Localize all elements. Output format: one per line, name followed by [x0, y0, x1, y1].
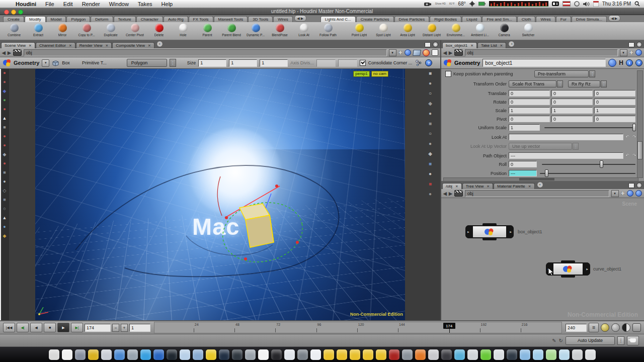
pane-maximize-icon[interactable]	[628, 42, 634, 47]
playbar-options-button[interactable]: ☰	[589, 323, 599, 332]
pivot-z-field[interactable]: 0	[594, 116, 635, 122]
view-control-icon[interactable]: ○	[429, 131, 432, 136]
shelf-tool-button[interactable]: Follow Path	[316, 22, 340, 40]
tab-close-icon[interactable]: ✕	[487, 185, 490, 189]
shelf-tool-button[interactable]: Delete	[147, 22, 171, 40]
pane-tab[interactable]: Composite View ✕	[112, 42, 154, 48]
shelf-tool-button[interactable]: Mirror	[50, 22, 74, 40]
size-z-field[interactable]: 1	[260, 59, 288, 67]
uniform-scale-slider-handle[interactable]	[632, 124, 636, 131]
path-forward-button[interactable]: ▶	[449, 191, 452, 196]
dock-app-icon[interactable]	[507, 349, 517, 360]
shelf-tab[interactable]: Rigid Bodies	[430, 16, 461, 22]
parameter-scrollbar[interactable]	[637, 70, 643, 178]
tool-icon[interactable]: ●	[3, 161, 6, 166]
shelf-tab[interactable]: Polygon	[66, 16, 90, 22]
tab-close-icon[interactable]: ✕	[500, 44, 503, 48]
rotate-order-dropdown[interactable]: Rx Ry Rz	[568, 80, 600, 87]
shelf-tab[interactable]: Deform	[91, 16, 113, 22]
tab-close-icon[interactable]: ✕	[528, 185, 531, 189]
dock-app-icon[interactable]	[376, 349, 386, 360]
shelf-scroll-right-button[interactable]: ◀ ▶	[608, 15, 620, 22]
shelf-tool-button[interactable]: Hole	[171, 22, 195, 40]
dock-app-icon[interactable]	[245, 349, 256, 360]
dock-app-icon[interactable]	[62, 349, 72, 360]
loop-mode-icon[interactable]	[611, 323, 620, 332]
dock-app-icon[interactable]	[206, 349, 216, 360]
dock-app-icon[interactable]	[533, 349, 543, 360]
view-control-icon[interactable]: ●	[429, 81, 432, 86]
path-object-field[interactable]: ---	[509, 152, 623, 159]
frame-decrement-button[interactable]: −	[112, 324, 119, 332]
path-dropdown-button[interactable]: ▾	[620, 49, 627, 56]
translate-y-field[interactable]: 0	[551, 90, 593, 97]
play-reverse-button[interactable]: ◀	[30, 323, 42, 332]
scale-z-field[interactable]: 1	[594, 107, 635, 114]
no-cam-badge[interactable]: no cam	[371, 71, 388, 77]
dock-app-icon[interactable]	[297, 349, 308, 360]
play-button[interactable]: ▶	[57, 323, 69, 332]
pane-tab[interactable]: Render View ✕	[76, 42, 112, 48]
tool-icon[interactable]: ●	[3, 98, 6, 103]
shelf-tab[interactable]: Cloth	[517, 16, 536, 22]
dock-app-icon[interactable]	[441, 349, 452, 360]
view-control-icon[interactable]: ●	[429, 192, 432, 197]
pane-split-icon[interactable]	[433, 42, 438, 47]
pane-tab[interactable]: Tree View ✕	[462, 183, 493, 189]
pane-split-icon[interactable]	[636, 183, 642, 188]
tab-close-icon[interactable]: ✕	[470, 44, 473, 48]
op-jump-icon[interactable]: ↷	[632, 153, 636, 158]
time-machine-menu-icon[interactable]	[574, 1, 580, 7]
camera-persp-badge[interactable]: persp1	[353, 71, 369, 77]
shelf-tab[interactable]: Modify	[25, 16, 46, 22]
info-icon[interactable]: i	[626, 59, 633, 66]
dock-app-icon[interactable]	[415, 349, 426, 360]
scrollbar-thumb[interactable]	[519, 178, 554, 180]
view-control-icon[interactable]: ■	[429, 121, 432, 126]
shelf-tool-button[interactable]: Center Pivot	[123, 22, 147, 40]
view-control-icon[interactable]: ○	[429, 91, 432, 96]
view-control-icon[interactable]: ■	[429, 71, 432, 76]
stop-button[interactable]: ■	[44, 323, 56, 332]
volume-menu-icon[interactable]	[583, 2, 590, 7]
link-icon[interactable]	[627, 190, 633, 197]
shelf-tab[interactable]: Auto Rig	[164, 16, 188, 22]
shelf-tool-button[interactable]: Switcher	[516, 22, 540, 40]
shelf-tool-button[interactable]: Camera	[492, 22, 516, 40]
add-pane-tab-button[interactable]: +	[537, 182, 543, 188]
pane-maximize-icon[interactable]	[628, 183, 634, 188]
tool-icon[interactable]: ◆	[3, 152, 7, 157]
tool-icon[interactable]: ●	[3, 80, 6, 84]
brush-icon[interactable]: ✎	[552, 338, 556, 343]
dock-app-icon[interactable]	[114, 349, 125, 360]
scene-path-field[interactable]: obj	[24, 49, 387, 56]
view-control-icon[interactable]: ■	[429, 182, 432, 187]
shelf-tool-button[interactable]: Combine	[2, 22, 26, 40]
displays-menu-icon[interactable]	[552, 2, 559, 7]
path-dropdown-button[interactable]: ▾	[389, 49, 396, 56]
shelf-tab[interactable]: Model	[46, 16, 66, 22]
handle-point[interactable]	[225, 216, 228, 219]
path-back-button[interactable]: ◀	[443, 50, 447, 55]
dock-app-icon[interactable]	[75, 349, 86, 360]
dock-app-icon[interactable]	[271, 349, 282, 360]
dock-app-icon[interactable]	[232, 349, 243, 360]
tool-icon[interactable]: ◇	[3, 189, 7, 193]
op-pick-icon[interactable]: ↶	[625, 153, 629, 158]
shelf-tab[interactable]: Create	[3, 16, 24, 22]
pane-tab[interactable]: /obj ✕	[442, 183, 462, 189]
view-control-icon[interactable]: ●	[429, 171, 432, 176]
battery-meter-icon[interactable]	[478, 2, 486, 6]
help-icon[interactable]: ?	[635, 59, 642, 66]
shelf-tool-button[interactable]: Duplicate	[99, 22, 123, 40]
path-dropdown-button[interactable]: ▾	[611, 190, 619, 197]
tool-icon[interactable]: ■	[3, 170, 6, 175]
dock-app-icon[interactable]	[101, 349, 112, 360]
uniform-scale-field[interactable]: 1	[509, 124, 540, 131]
tool-icon[interactable]: ■	[3, 198, 6, 202]
look-at-field[interactable]	[509, 134, 623, 140]
shelf-tab[interactable]: FX Tools	[189, 16, 213, 22]
transform-order-dropdown[interactable]: Scale Rot Trans	[509, 80, 556, 87]
dock-app-icon[interactable]	[337, 349, 347, 360]
handle-point[interactable]	[275, 185, 278, 188]
